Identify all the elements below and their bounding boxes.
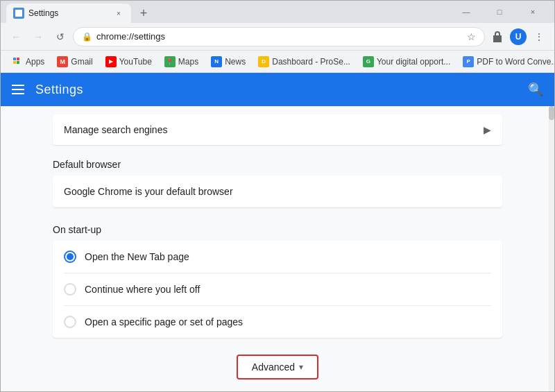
advanced-button-container: Advanced ▾ bbox=[53, 355, 502, 380]
pdf-icon: P bbox=[463, 56, 474, 67]
manage-search-engines-button[interactable]: Manage search engines ▶ bbox=[53, 114, 502, 145]
secure-icon: 🔒 bbox=[82, 32, 92, 42]
startup-option-continue-label: Continue where you left off bbox=[85, 284, 200, 295]
startup-option-continue[interactable]: Continue where you left off bbox=[53, 273, 502, 305]
tab-close-button[interactable]: × bbox=[113, 8, 124, 19]
bookmark-pdf[interactable]: P PDF to Word Conve... bbox=[457, 55, 554, 69]
bookmarks-bar: Apps M Gmail ▶ YouTube 📍 Maps N News bbox=[1, 51, 554, 73]
scrollbar-thumb[interactable] bbox=[549, 106, 554, 120]
radio-new-tab-fill bbox=[67, 253, 74, 260]
toolbar-icons: U ⋮ bbox=[488, 27, 549, 46]
maximize-button[interactable]: □ bbox=[484, 1, 515, 23]
settings-header: Settings 🔍 bbox=[1, 73, 554, 106]
svg-rect-3 bbox=[17, 61, 19, 64]
hamburger-menu-button[interactable] bbox=[12, 85, 24, 94]
back-button[interactable]: ← bbox=[6, 27, 26, 46]
hamburger-line-3 bbox=[12, 93, 24, 94]
title-bar: Settings × + — □ × bbox=[1, 1, 554, 23]
startup-option-new-tab[interactable]: Open the New Tab page bbox=[53, 241, 502, 273]
profile-icon[interactable]: U bbox=[509, 27, 528, 46]
minimize-button[interactable]: — bbox=[450, 1, 482, 23]
hamburger-line-1 bbox=[12, 85, 24, 86]
startup-option-new-tab-label: Open the New Tab page bbox=[85, 251, 189, 262]
dashboard-icon: D bbox=[258, 56, 269, 67]
digital-icon: G bbox=[363, 56, 374, 67]
hamburger-line-2 bbox=[12, 89, 24, 90]
default-browser-text: Google Chrome is your default browser bbox=[64, 186, 233, 197]
tab-favicon bbox=[13, 8, 24, 19]
settings-section: Manage search engines ▶ Default browser … bbox=[42, 114, 513, 380]
reload-button[interactable]: ↺ bbox=[51, 27, 70, 46]
apps-icon bbox=[12, 56, 23, 67]
advanced-button-label: Advanced bbox=[252, 361, 295, 373]
bookmark-star-icon[interactable]: ☆ bbox=[467, 31, 476, 42]
radio-new-tab[interactable] bbox=[64, 250, 76, 263]
settings-container: Settings 🔍 Manage search engines ▶ Defau… bbox=[1, 73, 554, 391]
bookmark-dashboard[interactable]: D Dashboard - ProSe... bbox=[253, 55, 356, 69]
news-icon: N bbox=[211, 56, 222, 67]
youtube-icon: ▶ bbox=[105, 56, 117, 67]
more-menu-icon[interactable]: ⋮ bbox=[529, 27, 549, 46]
bookmark-digital[interactable]: G Your digital opport... bbox=[357, 55, 456, 69]
url-display: chrome://settings bbox=[96, 31, 463, 42]
bookmark-gmail[interactable]: M Gmail bbox=[51, 55, 98, 69]
radio-specific[interactable] bbox=[64, 316, 76, 328]
window-controls: — □ × bbox=[450, 1, 549, 23]
settings-scroll-area: Manage search engines ▶ Default browser … bbox=[1, 106, 554, 391]
radio-continue[interactable] bbox=[64, 283, 76, 296]
startup-option-specific[interactable]: Open a specific page or set of pages bbox=[53, 306, 502, 338]
forward-button[interactable]: → bbox=[28, 27, 48, 46]
tab-title: Settings bbox=[28, 8, 109, 18]
window-frame: Settings × + — □ × ← → ↺ 🔒 chrome://sett… bbox=[0, 0, 555, 392]
avatar: U bbox=[510, 28, 527, 45]
bookmark-apps[interactable]: Apps bbox=[6, 55, 50, 69]
advanced-button[interactable]: Advanced ▾ bbox=[237, 355, 318, 380]
tab-strip: Settings × + bbox=[6, 1, 450, 23]
gmail-icon: M bbox=[57, 56, 68, 67]
bookmark-maps[interactable]: 📍 Maps bbox=[159, 55, 204, 69]
startup-option-specific-label: Open a specific page or set of pages bbox=[85, 316, 243, 327]
settings-search-icon[interactable]: 🔍 bbox=[528, 82, 543, 97]
settings-favicon bbox=[15, 10, 22, 17]
default-browser-label: Default browser bbox=[53, 148, 502, 176]
chevron-right-icon: ▶ bbox=[484, 124, 491, 135]
default-browser-box: Google Chrome is your default browser bbox=[53, 176, 502, 207]
startup-options-group: Open the New Tab page Continue where you… bbox=[53, 241, 502, 338]
svg-rect-2 bbox=[13, 61, 16, 64]
maps-icon: 📍 bbox=[164, 56, 176, 67]
manage-search-label: Manage search engines bbox=[64, 124, 167, 135]
new-tab-button[interactable]: + bbox=[134, 3, 153, 23]
manage-search-engines-row: Manage search engines ▶ bbox=[53, 114, 502, 145]
omnibox[interactable]: 🔒 chrome://settings ☆ bbox=[73, 27, 485, 46]
settings-content: Manage search engines ▶ Default browser … bbox=[1, 106, 554, 391]
close-button[interactable]: × bbox=[517, 1, 549, 23]
on-startup-label: On start-up bbox=[53, 213, 502, 241]
scrollbar-track[interactable] bbox=[549, 106, 554, 391]
bookmark-youtube[interactable]: ▶ YouTube bbox=[100, 55, 157, 69]
svg-rect-1 bbox=[17, 58, 19, 60]
bookmark-news[interactable]: N News bbox=[205, 55, 251, 69]
advanced-chevron-icon: ▾ bbox=[299, 362, 303, 372]
extensions-icon[interactable] bbox=[488, 27, 507, 46]
address-bar: ← → ↺ 🔒 chrome://settings ☆ U ⋮ bbox=[1, 23, 554, 51]
active-tab[interactable]: Settings × bbox=[6, 3, 131, 23]
settings-page-title: Settings bbox=[35, 83, 517, 97]
svg-rect-0 bbox=[13, 58, 16, 60]
